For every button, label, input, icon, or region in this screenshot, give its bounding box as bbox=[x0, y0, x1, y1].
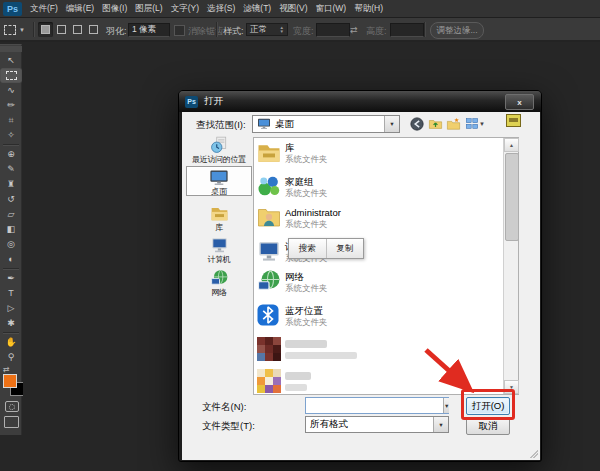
resize-grip[interactable] bbox=[529, 449, 538, 458]
eyedropper-tool[interactable]: ✧ bbox=[0, 128, 22, 143]
place-computer[interactable]: 计算机 bbox=[186, 236, 252, 264]
search-button[interactable]: 搜索 bbox=[289, 239, 327, 258]
back-button[interactable] bbox=[409, 116, 425, 131]
type-icon: T bbox=[8, 286, 14, 301]
add-to-selection-button[interactable] bbox=[54, 22, 69, 37]
history-brush-tool[interactable]: ↺ bbox=[0, 192, 22, 207]
file-item-administrator[interactable]: Administrator 系统文件夹 bbox=[256, 204, 486, 234]
views-menu-button[interactable]: ▼ bbox=[463, 116, 487, 131]
menu-image[interactable]: 图像(I) bbox=[102, 3, 127, 15]
refine-edge-button[interactable]: 调整边缘... bbox=[430, 22, 484, 39]
dodge-tool[interactable]: ◐ bbox=[0, 252, 22, 267]
intersect-selection-button[interactable] bbox=[86, 22, 101, 37]
eraser-icon: ▱ bbox=[8, 207, 15, 222]
custom-shape-tool[interactable]: ✱ bbox=[0, 316, 22, 331]
libraries-icon bbox=[209, 204, 230, 222]
file-type-select[interactable]: 所有格式 ▼ bbox=[305, 416, 449, 433]
new-folder-button[interactable] bbox=[445, 116, 461, 131]
network-icon bbox=[256, 269, 282, 293]
file-item-homegroup[interactable]: 家庭组 系统文件夹 bbox=[256, 173, 486, 203]
menu-window[interactable]: 窗口(W) bbox=[316, 3, 347, 15]
new-selection-button[interactable] bbox=[38, 22, 53, 37]
computer-icon bbox=[209, 236, 230, 254]
dialog-title-bar[interactable]: Ps 打开 x bbox=[179, 91, 541, 112]
places-bar: 最近访问的位置 桌面 库 bbox=[186, 136, 252, 398]
width-label: 宽度: bbox=[293, 25, 314, 38]
blur-tool[interactable]: ◎ bbox=[0, 237, 22, 252]
spot-healing-brush-tool[interactable]: ⊕ bbox=[0, 147, 22, 162]
rectangular-marquee-icon bbox=[6, 71, 17, 80]
scrollbar-thumb[interactable] bbox=[505, 153, 519, 241]
photoshop-logo: Ps bbox=[3, 2, 22, 16]
antialias-checkbox[interactable] bbox=[174, 25, 185, 36]
menu-layer[interactable]: 图层(L) bbox=[135, 3, 162, 15]
menu-help[interactable]: 帮助(H) bbox=[354, 3, 383, 15]
eraser-tool[interactable]: ▱ bbox=[0, 207, 22, 222]
hand-icon: ✋ bbox=[5, 335, 16, 350]
list-scrollbar[interactable]: ▲ ▼ bbox=[503, 138, 518, 394]
zoom-tool[interactable]: ⚲ bbox=[0, 350, 22, 365]
file-name-combo[interactable]: ▼ bbox=[305, 397, 449, 414]
file-item-libraries[interactable]: 库 系统文件夹 bbox=[256, 139, 486, 169]
file-item-bluetooth[interactable]: 蓝牙位置 系统文件夹 bbox=[256, 302, 486, 332]
menu-view[interactable]: 视图(V) bbox=[279, 3, 307, 15]
gradient-tool[interactable]: ◧ bbox=[0, 222, 22, 237]
file-item-network[interactable]: 网络 系统文件夹 bbox=[256, 268, 486, 298]
menu-filter[interactable]: 滤镜(T) bbox=[243, 3, 271, 15]
chevron-down-icon[interactable]: ▼ bbox=[384, 116, 399, 132]
look-in-select[interactable]: 桌面 ▼ bbox=[252, 115, 400, 133]
swap-dimensions-icon[interactable]: ⇄ bbox=[350, 25, 358, 35]
views-menu-icon bbox=[465, 117, 479, 130]
lasso-tool[interactable]: ∿ bbox=[0, 83, 22, 98]
file-type-label: 文件类型(T): bbox=[202, 420, 255, 433]
type-tool[interactable]: T bbox=[0, 286, 22, 301]
height-input[interactable] bbox=[390, 23, 424, 37]
style-select[interactable]: 正常 ▲▼ bbox=[246, 23, 288, 36]
up-one-level-button[interactable] bbox=[427, 116, 443, 131]
pen-tool[interactable]: ✒ bbox=[0, 271, 22, 286]
hand-tool[interactable]: ✋ bbox=[0, 335, 22, 350]
place-recent-locations[interactable]: 最近访问的位置 bbox=[186, 136, 252, 164]
text-selection-popup: 搜索 复制 bbox=[288, 238, 364, 259]
copy-button[interactable]: 复制 bbox=[327, 239, 364, 258]
screen-mode-button[interactable] bbox=[4, 416, 19, 428]
style-label: 样式: bbox=[223, 25, 244, 38]
quick-mask-button[interactable] bbox=[5, 401, 19, 412]
menu-bar: Ps 文件(F) 编辑(E) 图像(I) 图层(L) 文字(Y) 选择(S) 滤… bbox=[0, 0, 600, 18]
foreground-color-swatch[interactable] bbox=[3, 374, 17, 388]
brush-tool[interactable]: ✎ bbox=[0, 162, 22, 177]
tools-panel: ↖ ∿ ✏ ⌗ ✧ ⊕ ✎ ♜ ↺ ▱ ◧ ◎ ◐ ✒ T ▷ ✱ ✋ ⚲ ⇄ bbox=[0, 44, 22, 435]
file-type: 系统文件夹 bbox=[285, 283, 328, 295]
width-input[interactable] bbox=[316, 23, 350, 37]
file-type: 系统文件夹 bbox=[285, 154, 328, 166]
scroll-up-button[interactable]: ▲ bbox=[504, 138, 519, 152]
place-desktop[interactable]: 桌面 bbox=[186, 166, 252, 196]
tools-panel-header[interactable] bbox=[0, 46, 22, 52]
menu-type[interactable]: 文字(Y) bbox=[171, 3, 199, 15]
open-dialog: Ps 打开 x 查找范围(I): 桌面 ▼ bbox=[178, 90, 542, 462]
move-tool[interactable]: ↖ bbox=[0, 53, 22, 68]
feather-input[interactable] bbox=[128, 23, 170, 37]
clone-stamp-tool[interactable]: ♜ bbox=[0, 177, 22, 192]
file-name-input[interactable] bbox=[306, 397, 443, 414]
crop-tool[interactable]: ⌗ bbox=[0, 113, 22, 128]
place-network[interactable]: 网络 bbox=[186, 269, 252, 297]
quick-selection-tool[interactable]: ✏ bbox=[0, 98, 22, 113]
file-type-value: 所有格式 bbox=[306, 418, 433, 431]
subtract-from-selection-button[interactable] bbox=[70, 22, 85, 37]
close-button[interactable]: x bbox=[505, 94, 534, 110]
menu-select[interactable]: 选择(S) bbox=[207, 3, 235, 15]
clone-stamp-icon: ♜ bbox=[7, 177, 15, 192]
place-libraries[interactable]: 库 bbox=[186, 204, 252, 232]
tool-preset-picker[interactable]: ▼ bbox=[4, 22, 30, 37]
path-selection-tool[interactable]: ▷ bbox=[0, 301, 22, 316]
rectangular-marquee-tool[interactable] bbox=[0, 68, 22, 83]
blurred-file-name bbox=[285, 372, 311, 380]
chevron-down-icon[interactable]: ▼ bbox=[443, 398, 449, 413]
swap-colors-icon[interactable]: ⇄ bbox=[3, 365, 10, 374]
chevron-down-icon[interactable]: ▼ bbox=[433, 417, 448, 432]
menu-file[interactable]: 文件(F) bbox=[30, 3, 58, 15]
crop-icon: ⌗ bbox=[8, 113, 13, 128]
menu-edit[interactable]: 编辑(E) bbox=[66, 3, 94, 15]
chevron-down-icon: ▼ bbox=[479, 121, 485, 127]
